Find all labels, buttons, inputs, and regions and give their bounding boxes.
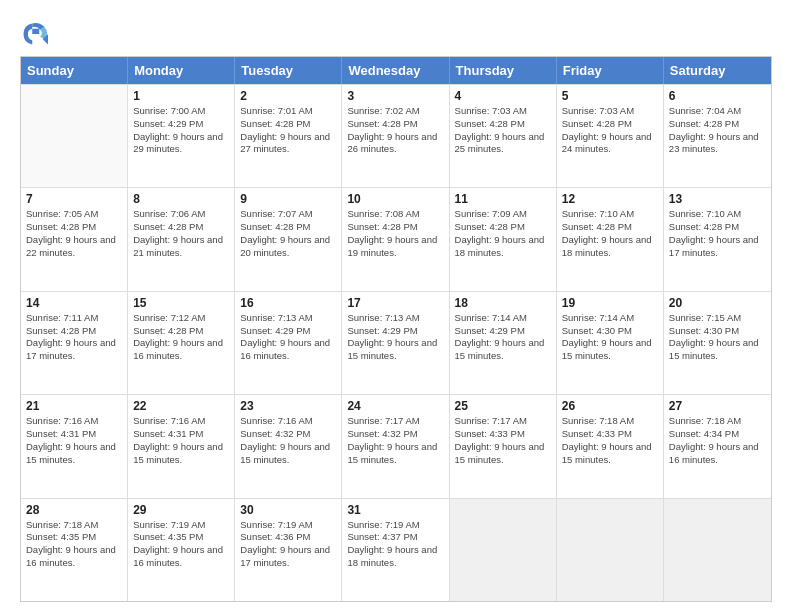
calendar-row-5: 28Sunrise: 7:18 AM Sunset: 4:35 PM Dayli… bbox=[21, 498, 771, 601]
day-info: Sunrise: 7:18 AM Sunset: 4:35 PM Dayligh… bbox=[26, 519, 122, 570]
cal-cell-r3c6: 27Sunrise: 7:18 AM Sunset: 4:34 PM Dayli… bbox=[664, 395, 771, 497]
day-number: 17 bbox=[347, 296, 443, 310]
day-info: Sunrise: 7:18 AM Sunset: 4:33 PM Dayligh… bbox=[562, 415, 658, 466]
day-info: Sunrise: 7:04 AM Sunset: 4:28 PM Dayligh… bbox=[669, 105, 766, 156]
day-info: Sunrise: 7:16 AM Sunset: 4:32 PM Dayligh… bbox=[240, 415, 336, 466]
day-number: 27 bbox=[669, 399, 766, 413]
day-number: 23 bbox=[240, 399, 336, 413]
cal-cell-r1c3: 10Sunrise: 7:08 AM Sunset: 4:28 PM Dayli… bbox=[342, 188, 449, 290]
logo-icon bbox=[20, 20, 48, 48]
cal-cell-r0c2: 2Sunrise: 7:01 AM Sunset: 4:28 PM Daylig… bbox=[235, 85, 342, 187]
day-info: Sunrise: 7:14 AM Sunset: 4:30 PM Dayligh… bbox=[562, 312, 658, 363]
day-number: 6 bbox=[669, 89, 766, 103]
cal-cell-r4c3: 31Sunrise: 7:19 AM Sunset: 4:37 PM Dayli… bbox=[342, 499, 449, 601]
day-info: Sunrise: 7:13 AM Sunset: 4:29 PM Dayligh… bbox=[240, 312, 336, 363]
day-info: Sunrise: 7:10 AM Sunset: 4:28 PM Dayligh… bbox=[669, 208, 766, 259]
day-number: 7 bbox=[26, 192, 122, 206]
day-number: 4 bbox=[455, 89, 551, 103]
day-number: 1 bbox=[133, 89, 229, 103]
day-number: 24 bbox=[347, 399, 443, 413]
logo bbox=[20, 18, 52, 48]
day-info: Sunrise: 7:03 AM Sunset: 4:28 PM Dayligh… bbox=[562, 105, 658, 156]
day-number: 12 bbox=[562, 192, 658, 206]
cal-cell-r3c1: 22Sunrise: 7:16 AM Sunset: 4:31 PM Dayli… bbox=[128, 395, 235, 497]
cal-cell-r3c4: 25Sunrise: 7:17 AM Sunset: 4:33 PM Dayli… bbox=[450, 395, 557, 497]
day-info: Sunrise: 7:19 AM Sunset: 4:36 PM Dayligh… bbox=[240, 519, 336, 570]
day-number: 19 bbox=[562, 296, 658, 310]
day-number: 11 bbox=[455, 192, 551, 206]
cal-cell-r0c4: 4Sunrise: 7:03 AM Sunset: 4:28 PM Daylig… bbox=[450, 85, 557, 187]
day-number: 18 bbox=[455, 296, 551, 310]
cal-cell-r2c5: 19Sunrise: 7:14 AM Sunset: 4:30 PM Dayli… bbox=[557, 292, 664, 394]
day-number: 16 bbox=[240, 296, 336, 310]
day-info: Sunrise: 7:07 AM Sunset: 4:28 PM Dayligh… bbox=[240, 208, 336, 259]
cal-cell-r0c5: 5Sunrise: 7:03 AM Sunset: 4:28 PM Daylig… bbox=[557, 85, 664, 187]
header-day-wednesday: Wednesday bbox=[342, 57, 449, 84]
day-info: Sunrise: 7:08 AM Sunset: 4:28 PM Dayligh… bbox=[347, 208, 443, 259]
day-info: Sunrise: 7:02 AM Sunset: 4:28 PM Dayligh… bbox=[347, 105, 443, 156]
header-day-sunday: Sunday bbox=[21, 57, 128, 84]
cal-cell-r4c6 bbox=[664, 499, 771, 601]
day-number: 13 bbox=[669, 192, 766, 206]
cal-cell-r1c6: 13Sunrise: 7:10 AM Sunset: 4:28 PM Dayli… bbox=[664, 188, 771, 290]
calendar-header: SundayMondayTuesdayWednesdayThursdayFrid… bbox=[21, 57, 771, 84]
day-number: 22 bbox=[133, 399, 229, 413]
cal-cell-r4c1: 29Sunrise: 7:19 AM Sunset: 4:35 PM Dayli… bbox=[128, 499, 235, 601]
cal-cell-r2c4: 18Sunrise: 7:14 AM Sunset: 4:29 PM Dayli… bbox=[450, 292, 557, 394]
day-number: 30 bbox=[240, 503, 336, 517]
day-info: Sunrise: 7:00 AM Sunset: 4:29 PM Dayligh… bbox=[133, 105, 229, 156]
cal-cell-r0c1: 1Sunrise: 7:00 AM Sunset: 4:29 PM Daylig… bbox=[128, 85, 235, 187]
day-info: Sunrise: 7:19 AM Sunset: 4:37 PM Dayligh… bbox=[347, 519, 443, 570]
calendar: SundayMondayTuesdayWednesdayThursdayFrid… bbox=[20, 56, 772, 602]
day-info: Sunrise: 7:15 AM Sunset: 4:30 PM Dayligh… bbox=[669, 312, 766, 363]
cal-cell-r4c2: 30Sunrise: 7:19 AM Sunset: 4:36 PM Dayli… bbox=[235, 499, 342, 601]
day-info: Sunrise: 7:09 AM Sunset: 4:28 PM Dayligh… bbox=[455, 208, 551, 259]
day-number: 15 bbox=[133, 296, 229, 310]
day-info: Sunrise: 7:06 AM Sunset: 4:28 PM Dayligh… bbox=[133, 208, 229, 259]
cal-cell-r2c2: 16Sunrise: 7:13 AM Sunset: 4:29 PM Dayli… bbox=[235, 292, 342, 394]
cal-cell-r1c0: 7Sunrise: 7:05 AM Sunset: 4:28 PM Daylig… bbox=[21, 188, 128, 290]
day-number: 31 bbox=[347, 503, 443, 517]
day-info: Sunrise: 7:18 AM Sunset: 4:34 PM Dayligh… bbox=[669, 415, 766, 466]
day-number: 5 bbox=[562, 89, 658, 103]
header bbox=[20, 18, 772, 48]
day-info: Sunrise: 7:01 AM Sunset: 4:28 PM Dayligh… bbox=[240, 105, 336, 156]
page: SundayMondayTuesdayWednesdayThursdayFrid… bbox=[0, 0, 792, 612]
header-day-saturday: Saturday bbox=[664, 57, 771, 84]
day-number: 9 bbox=[240, 192, 336, 206]
day-number: 8 bbox=[133, 192, 229, 206]
cal-cell-r2c1: 15Sunrise: 7:12 AM Sunset: 4:28 PM Dayli… bbox=[128, 292, 235, 394]
cal-cell-r3c3: 24Sunrise: 7:17 AM Sunset: 4:32 PM Dayli… bbox=[342, 395, 449, 497]
cal-cell-r1c1: 8Sunrise: 7:06 AM Sunset: 4:28 PM Daylig… bbox=[128, 188, 235, 290]
cal-cell-r4c0: 28Sunrise: 7:18 AM Sunset: 4:35 PM Dayli… bbox=[21, 499, 128, 601]
cal-cell-r0c6: 6Sunrise: 7:04 AM Sunset: 4:28 PM Daylig… bbox=[664, 85, 771, 187]
day-info: Sunrise: 7:03 AM Sunset: 4:28 PM Dayligh… bbox=[455, 105, 551, 156]
day-number: 10 bbox=[347, 192, 443, 206]
day-info: Sunrise: 7:11 AM Sunset: 4:28 PM Dayligh… bbox=[26, 312, 122, 363]
cal-cell-r3c2: 23Sunrise: 7:16 AM Sunset: 4:32 PM Dayli… bbox=[235, 395, 342, 497]
day-info: Sunrise: 7:16 AM Sunset: 4:31 PM Dayligh… bbox=[26, 415, 122, 466]
day-info: Sunrise: 7:12 AM Sunset: 4:28 PM Dayligh… bbox=[133, 312, 229, 363]
day-number: 3 bbox=[347, 89, 443, 103]
cal-cell-r0c0 bbox=[21, 85, 128, 187]
calendar-body: 1Sunrise: 7:00 AM Sunset: 4:29 PM Daylig… bbox=[21, 84, 771, 601]
header-day-thursday: Thursday bbox=[450, 57, 557, 84]
calendar-row-3: 14Sunrise: 7:11 AM Sunset: 4:28 PM Dayli… bbox=[21, 291, 771, 394]
header-day-monday: Monday bbox=[128, 57, 235, 84]
calendar-row-2: 7Sunrise: 7:05 AM Sunset: 4:28 PM Daylig… bbox=[21, 187, 771, 290]
cal-cell-r1c2: 9Sunrise: 7:07 AM Sunset: 4:28 PM Daylig… bbox=[235, 188, 342, 290]
cal-cell-r2c0: 14Sunrise: 7:11 AM Sunset: 4:28 PM Dayli… bbox=[21, 292, 128, 394]
calendar-row-4: 21Sunrise: 7:16 AM Sunset: 4:31 PM Dayli… bbox=[21, 394, 771, 497]
cal-cell-r1c5: 12Sunrise: 7:10 AM Sunset: 4:28 PM Dayli… bbox=[557, 188, 664, 290]
calendar-row-1: 1Sunrise: 7:00 AM Sunset: 4:29 PM Daylig… bbox=[21, 84, 771, 187]
day-info: Sunrise: 7:10 AM Sunset: 4:28 PM Dayligh… bbox=[562, 208, 658, 259]
day-info: Sunrise: 7:17 AM Sunset: 4:32 PM Dayligh… bbox=[347, 415, 443, 466]
day-number: 20 bbox=[669, 296, 766, 310]
header-day-tuesday: Tuesday bbox=[235, 57, 342, 84]
day-number: 29 bbox=[133, 503, 229, 517]
day-info: Sunrise: 7:14 AM Sunset: 4:29 PM Dayligh… bbox=[455, 312, 551, 363]
day-number: 2 bbox=[240, 89, 336, 103]
cal-cell-r2c3: 17Sunrise: 7:13 AM Sunset: 4:29 PM Dayli… bbox=[342, 292, 449, 394]
cal-cell-r0c3: 3Sunrise: 7:02 AM Sunset: 4:28 PM Daylig… bbox=[342, 85, 449, 187]
day-info: Sunrise: 7:16 AM Sunset: 4:31 PM Dayligh… bbox=[133, 415, 229, 466]
